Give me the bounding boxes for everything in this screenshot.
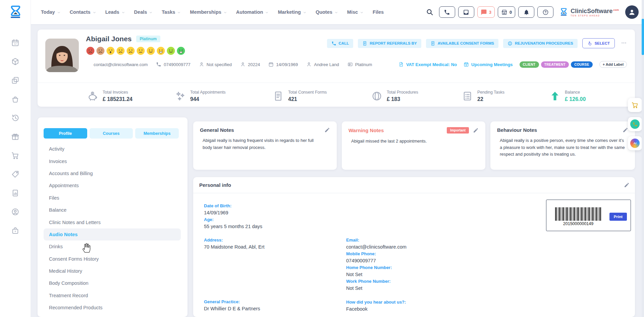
messages-button[interactable]: 3 [477,6,495,18]
nav-item-automation[interactable]: Automation [236,9,269,15]
help-button[interactable] [537,6,553,18]
sidebar-item-appointments[interactable]: Appointments [44,179,181,192]
edit-warning-notes-button[interactable] [473,127,479,133]
available-consent-forms-button[interactable]: AVAILABLE CONSENT FORMS [426,39,498,48]
upcoming-meetings-link[interactable]: Upcoming Meetings [464,62,513,67]
clinicsoftware-logo[interactable]: ClinicSoftware.com TEN STEPS AHEAD [559,6,619,18]
tab-profile[interactable]: Profile [44,128,87,139]
personal-info-right-column: Email:contact@clinicsoftware.comMobile P… [346,237,407,313]
sidebar-item-treatment-record[interactable]: Treatment Record [44,289,181,302]
mood-4-icon[interactable] [116,46,125,55]
sidebar-item-body-composition[interactable]: Body Composition [44,277,181,289]
hand-pointer-icon [587,41,592,46]
rail-gift-icon[interactable] [11,133,19,141]
barcode-icon [555,207,601,221]
email-icon [86,62,91,67]
nav-item-misc[interactable]: Misc [347,9,364,15]
tab-courses[interactable]: Courses [90,128,133,139]
stat-value: £ 185231.24 [103,96,132,102]
quick-call-button[interactable] [628,117,642,131]
nav-item-leads[interactable]: Leads [105,9,125,15]
vat-exempt-medical-no-link[interactable]: VAT Exempt Medical: No [398,62,457,67]
rail-calendar-icon[interactable]: 12 [11,39,19,47]
search-icon[interactable] [426,8,433,16]
field-value: Facebook [346,305,407,313]
mood-1-icon[interactable] [86,46,95,55]
mood-6-icon[interactable] [136,46,145,55]
sidebar-item-clinic-notes-and-letters[interactable]: Clinic Notes and Letters [44,216,181,228]
report-referrals-by-button[interactable]: REPORT REFERRALS BY [358,39,421,48]
clinicsoftware-logo-icon[interactable] [0,0,31,24]
store-button-count: 0 [509,10,512,15]
sidebar-item-medical-history[interactable]: Medical History [44,265,181,277]
edit-personal-info-button[interactable] [624,182,630,188]
field-general-practice: General Practice:Dr Whillier D E & Partn… [204,299,265,313]
chevron-down-icon [265,11,269,14]
mood-7-icon[interactable] [146,46,155,55]
chevron-down-icon [149,11,153,14]
sidebar-item-consent-forms-history[interactable]: Consent Forms History [44,253,181,265]
patient-photo[interactable] [45,39,79,72]
rejuvenation-procedures-button[interactable]: REJUVENATION PROCEDURES [503,39,578,48]
nav-item-contacts[interactable]: Contacts [70,9,96,15]
label-pill-treatment[interactable]: TREATMENT [541,61,569,68]
quick-cart-button[interactable] [628,98,642,112]
sidebar-item-recommended-products[interactable]: Recommended Products [44,302,181,314]
edit-general-notes-button[interactable] [324,127,330,133]
label-pill-course[interactable]: COURSE [571,61,593,68]
rail-package-icon[interactable] [11,57,19,66]
select-button[interactable]: SELECT [582,38,615,48]
page-scrollbar[interactable] [642,0,644,317]
field-label: Age: [204,217,265,223]
sidebar-item-drinks[interactable]: Drinks [44,241,181,253]
mood-9-icon[interactable] [166,46,175,55]
sidebar-item-invoices[interactable]: Invoices [44,155,181,167]
rail-account-icon[interactable] [11,208,19,216]
meetings-calendar-icon [464,62,469,67]
tab-memberships[interactable]: Memberships [135,128,179,139]
mood-8-icon[interactable] [156,46,165,55]
print-barcode-button[interactable]: Print [609,213,627,221]
important-badge: Important [447,127,469,134]
mood-5-icon[interactable] [126,46,135,55]
notifications-button[interactable] [518,6,534,18]
more-actions-button[interactable] [620,40,628,47]
nav-item-files[interactable]: Files [373,9,384,15]
mood-2-icon[interactable] [96,46,105,55]
mood-10-icon[interactable] [176,46,185,55]
consent-form-icon [430,41,435,46]
rail-reports-icon[interactable] [11,189,19,197]
nav-item-today[interactable]: Today [41,9,61,15]
stat-value: 421 [288,96,327,102]
sidebar-item-accounts-and-billing[interactable]: Accounts and Billing [44,167,181,179]
rail-cart-icon[interactable] [11,151,19,160]
scrollbar-thumb[interactable] [642,19,644,55]
rail-history-icon[interactable] [11,114,19,122]
add-label-button[interactable]: + Add Label [599,61,627,68]
dialer-button[interactable] [439,6,455,18]
nav-item-deals[interactable]: Deals [134,9,153,15]
mood-3-icon[interactable] [106,46,115,55]
rail-tag-icon[interactable] [11,170,19,178]
sidebar-item-audio-notes[interactable]: Audio Notes [44,228,181,241]
field-value: 14/09/1969 [204,209,265,217]
call-button[interactable]: CALL [327,39,354,48]
help-icon [542,9,549,15]
user-avatar[interactable] [625,5,639,19]
nav-item-quotes[interactable]: Quotes [316,9,338,15]
label-pill-client[interactable]: CLIENT [520,61,539,68]
inbox-button[interactable] [458,6,474,18]
edit-behaviour-notes-button[interactable] [623,127,628,133]
nav-item-memberships[interactable]: Memberships [190,9,227,15]
nav-item-tasks[interactable]: Tasks [162,9,181,15]
rail-copy-icon[interactable] [11,76,19,85]
field-age: Age:55 years 5 months 21 days [204,217,265,230]
rail-locker-icon[interactable] [11,226,19,235]
sidebar-item-files[interactable]: Files [44,192,181,204]
store-button[interactable]: 0 [498,6,515,18]
sidebar-item-activity[interactable]: Activity [44,143,181,155]
quick-ai-button[interactable]: AI [628,136,642,150]
nav-item-marketing[interactable]: Marketing [278,9,307,15]
rail-basket-icon[interactable] [11,95,19,103]
sidebar-item-balance[interactable]: Balance [44,204,181,216]
